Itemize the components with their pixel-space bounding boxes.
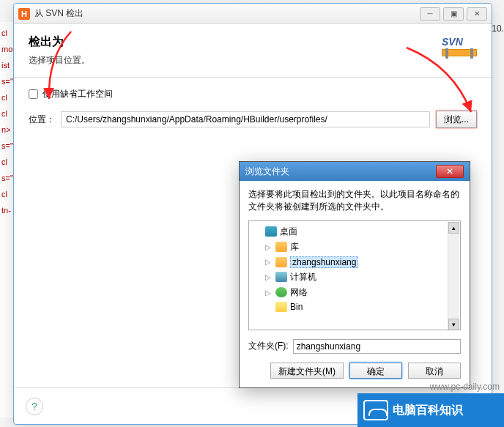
monitor-icon — [363, 400, 388, 420]
folder-dialog-description: 选择要将此项目检出到的文件夹。以此项目名称命名的文件夹将被创建到所选的文件夹中。 — [248, 188, 461, 213]
titlebar[interactable]: H 从 SVN 检出 ─ ▣ ✕ — [14, 4, 492, 24]
window-title: 从 SVN 检出 — [34, 7, 420, 20]
folder-dialog-title: 浏览文件夹 — [245, 166, 289, 178]
new-folder-button[interactable]: 新建文件夹(M) — [270, 363, 344, 379]
maximize-button[interactable]: ▣ — [443, 7, 464, 21]
folder-dialog-close-button[interactable]: ✕ — [436, 165, 464, 178]
tree-item-user[interactable]: ▷ zhangshunxiang — [252, 255, 457, 270]
folder-dialog-titlebar[interactable]: 浏览文件夹 ✕ — [240, 162, 470, 181]
tree-scrollbar[interactable]: ▴ ▾ — [448, 222, 459, 330]
watermark-url: www.pc-daily.com — [430, 382, 500, 392]
ok-button[interactable]: 确定 — [349, 363, 402, 379]
minimize-button[interactable]: ─ — [420, 7, 440, 21]
dialog-header: 检出为 选择项目位置。 SVN — [14, 24, 492, 78]
path-input[interactable] — [61, 111, 430, 127]
folder-tree[interactable]: 桌面 ▷ 库 ▷ zhangshunxiang ▷ 计算机 ▷ 网络 — [248, 220, 461, 330]
scroll-down-button[interactable]: ▾ — [448, 319, 459, 330]
use-default-workspace-label: 使用缺省工作空间 — [42, 88, 113, 100]
library-icon — [275, 242, 287, 252]
dialog-subtitle: 选择项目位置。 — [29, 54, 477, 67]
folder-icon — [275, 302, 287, 312]
user-folder-icon — [275, 257, 287, 267]
hbuilder-icon: H — [18, 8, 30, 20]
computer-icon — [275, 272, 287, 282]
browse-button[interactable]: 浏览... — [436, 111, 477, 128]
desktop-icon — [265, 226, 277, 237]
help-icon[interactable]: ? — [26, 398, 43, 415]
path-label: 位置： — [29, 114, 55, 126]
cancel-button[interactable]: 取消 — [408, 363, 461, 379]
tree-item-library[interactable]: ▷ 库 — [252, 240, 457, 255]
tree-item-desktop[interactable]: 桌面 — [252, 224, 457, 240]
tree-item-bin[interactable]: Bin — [252, 300, 457, 313]
svn-logo: SVN — [442, 36, 477, 65]
watermark-logo: 电脑百科知识 — [357, 393, 504, 427]
dialog-heading: 检出为 — [29, 34, 477, 50]
folder-name-input[interactable] — [293, 339, 461, 354]
scroll-up-button[interactable]: ▴ — [448, 222, 459, 234]
folder-name-label: 文件夹(F): — [248, 340, 289, 352]
dialog-content: 使用缺省工作空间 位置： 浏览... — [14, 78, 492, 138]
browse-folder-dialog: 浏览文件夹 ✕ 选择要将此项目检出到的文件夹。以此项目名称命名的文件夹将被创建到… — [239, 161, 470, 388]
tree-item-computer[interactable]: ▷ 计算机 — [252, 270, 457, 285]
network-icon — [275, 287, 287, 297]
close-button[interactable]: ✕ — [467, 7, 487, 21]
use-default-workspace-checkbox[interactable] — [29, 89, 38, 99]
tree-item-network[interactable]: ▷ 网络 — [252, 285, 457, 300]
